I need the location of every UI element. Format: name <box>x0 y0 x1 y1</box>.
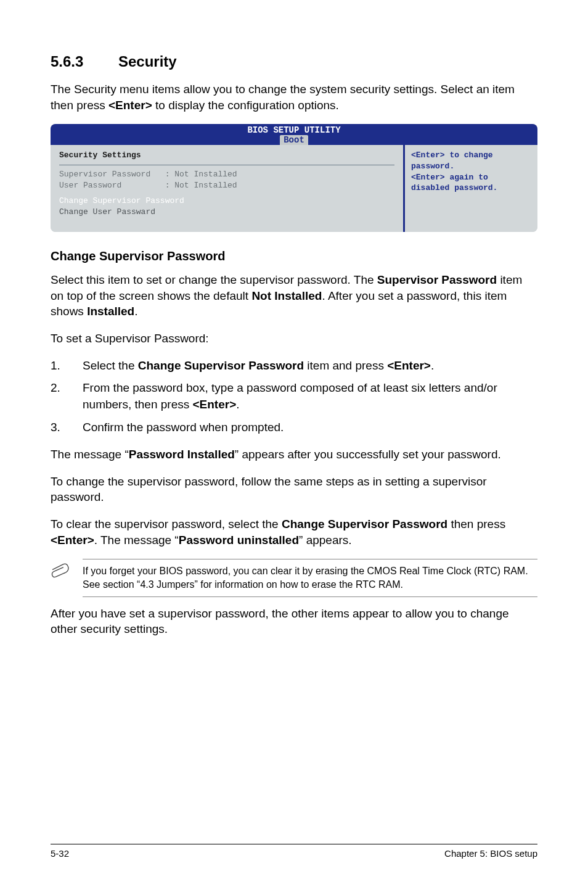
sep: : <box>150 170 174 179</box>
ordered-steps: 1. Select the Change Supervisor Password… <box>51 358 537 435</box>
bold-text: Password Installed <box>129 448 235 461</box>
change-supervisor-password-item: Change Supervisor Password <box>59 196 394 207</box>
chapter-label: Chapter 5: BIOS setup <box>444 848 537 859</box>
step-number: 3. <box>51 419 83 436</box>
supervisor-password-row: Supervisor Password : Not Installed <box>59 169 394 180</box>
intro-text-end: to display the configuration options. <box>152 99 339 112</box>
bios-tab-boot: Boot <box>280 135 308 145</box>
text: To clear the supervisor password, select… <box>51 518 282 530</box>
bios-section-header: Security Settings <box>59 150 394 161</box>
help-line: password. <box>411 161 531 172</box>
sep: : <box>121 181 174 190</box>
bios-screenshot: BIOS SETUP UTILITY Boot Security Setting… <box>51 124 537 232</box>
document-page: 5.6.3Security The Security menu items al… <box>0 0 588 887</box>
help-line: <Enter> to change <box>411 150 531 161</box>
step-text: From the password box, type a password c… <box>83 380 537 413</box>
text: ” appears. <box>299 534 352 547</box>
paperclip-icon <box>51 561 71 580</box>
step-text: Select the Change Supervisor Password it… <box>83 358 537 374</box>
bios-titlebar: BIOS SETUP UTILITY Boot <box>51 124 537 145</box>
bold-text: Installed <box>87 305 134 318</box>
step-text: Confirm the password when prompted. <box>83 419 537 436</box>
supervisor-value: Not Installed <box>174 170 237 179</box>
bold-text: Change Supervisor Password <box>138 359 304 372</box>
help-line: <Enter> again to <box>411 172 531 183</box>
bios-title: BIOS SETUP UTILITY <box>51 125 537 135</box>
page-number: 5-32 <box>51 848 69 859</box>
intro-paragraph: The Security menu items allow you to cha… <box>51 81 537 113</box>
subsection-heading: Change Supervisor Password <box>51 249 537 263</box>
user-value: Not Installed <box>174 181 237 190</box>
text: then press <box>447 518 505 530</box>
closing-paragraph: After you have set a supervisor password… <box>51 606 537 637</box>
note-text: If you forget your BIOS password, you ca… <box>83 559 537 596</box>
section-title: Security <box>118 53 177 70</box>
bold-text: Not Installed <box>251 289 322 302</box>
bold-text: Supervisor Password <box>377 273 497 286</box>
enter-key: <Enter> <box>108 99 152 112</box>
note-icon <box>51 559 83 582</box>
bios-left-pane: Security Settings Supervisor Password : … <box>51 145 403 232</box>
change-user-password-item: Change User Passward <box>59 207 394 218</box>
text: Select the <box>83 359 138 372</box>
step-number: 2. <box>51 380 83 413</box>
user-password-row: User Password : Not Installed <box>59 180 394 191</box>
bold-text: <Enter> <box>192 398 236 411</box>
step-item: 2. From the password box, type a passwor… <box>51 380 537 413</box>
text: . <box>431 359 434 372</box>
section-number: 5.6.3 <box>51 53 118 70</box>
bios-divider <box>59 165 394 165</box>
note-block: If you forget your BIOS password, you ca… <box>51 559 537 596</box>
spacer <box>59 191 394 196</box>
text: . The message “ <box>94 534 179 547</box>
paragraph: To change the supervisor password, follo… <box>51 474 537 505</box>
paragraph: The message “Password Installed” appears… <box>51 447 537 463</box>
bios-body: Security Settings Supervisor Password : … <box>51 145 537 232</box>
paragraph: To set a Supervisor Password: <box>51 331 537 347</box>
bold-text: Password uninstalled <box>179 534 299 547</box>
bios-help-pane: <Enter> to change password. <Enter> agai… <box>403 145 537 232</box>
step-number: 1. <box>51 358 83 374</box>
page-footer: 5-32 Chapter 5: BIOS setup <box>51 844 537 859</box>
step-item: 1. Select the Change Supervisor Password… <box>51 358 537 374</box>
bold-text: Change Supervisor Password <box>282 518 447 530</box>
step-item: 3. Confirm the password when prompted. <box>51 419 537 436</box>
text: From the password box, type a password c… <box>83 381 497 411</box>
bold-text: <Enter> <box>387 359 431 372</box>
text: . <box>134 305 137 318</box>
help-line: disabled password. <box>411 183 531 194</box>
section-heading: 5.6.3Security <box>51 53 537 70</box>
paragraph: To clear the supervisor password, select… <box>51 516 537 548</box>
supervisor-label: Supervisor Password <box>59 170 150 179</box>
text: ” appears after you successfully set you… <box>235 448 501 461</box>
text: . <box>236 398 239 411</box>
text: Select this item to set or change the su… <box>51 273 377 286</box>
bold-text: <Enter> <box>51 534 94 547</box>
text: The message “ <box>51 448 129 461</box>
user-label: User Password <box>59 181 121 190</box>
paragraph: Select this item to set or change the su… <box>51 272 537 320</box>
text: item and press <box>304 359 387 372</box>
